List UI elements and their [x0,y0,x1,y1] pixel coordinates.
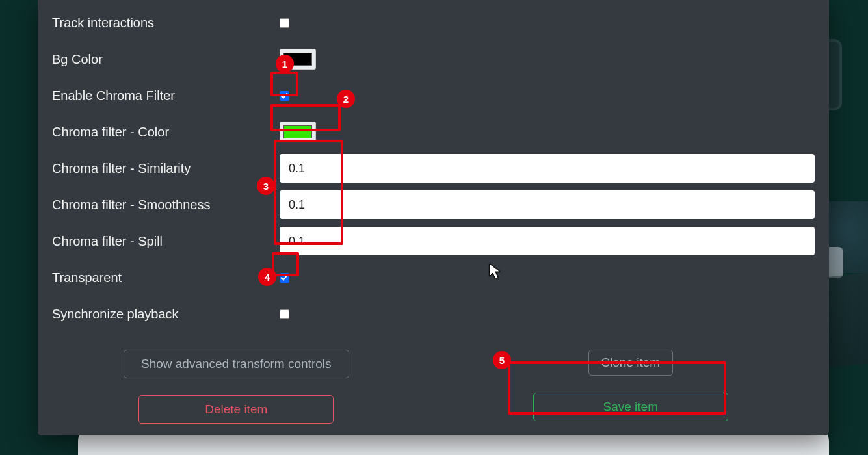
row-chroma-smoothness: Chroma filter - Smoothness [52,188,815,221]
label-transparent: Transparent [52,270,280,285]
button-row: Show advanced transform controls Delete … [52,350,815,424]
swatch-bg-color [283,53,312,66]
row-sync-playback: Synchronize playback [52,298,815,330]
label-chroma-color: Chroma filter - Color [52,125,280,140]
delete-item-button[interactable]: Delete item [138,395,334,424]
label-chroma-similarity: Chroma filter - Similarity [52,161,280,176]
row-chroma-color: Chroma filter - Color [52,116,815,148]
save-item-button[interactable]: Save item [533,393,728,421]
button-col-left: Show advanced transform controls Delete … [52,350,421,424]
label-chroma-smoothness: Chroma filter - Smoothness [52,198,280,213]
row-chroma-spill: Chroma filter - Spill [52,225,815,257]
label-track-interactions: Track interactions [52,16,280,31]
label-chroma-spill: Chroma filter - Spill [52,234,280,249]
checkbox-transparent[interactable] [280,273,289,283]
input-chroma-smoothness[interactable] [280,190,815,219]
settings-panel: Track interactions Bg Color Enable Chrom… [38,0,829,436]
label-sync-playback: Synchronize playback [52,307,280,322]
checkbox-track-interactions[interactable] [280,18,289,28]
label-enable-chroma: Enable Chroma Filter [52,88,280,103]
color-input-chroma[interactable] [280,122,316,142]
button-col-right: Clone item Save item [447,350,815,424]
row-transparent: Transparent [52,261,815,294]
input-chroma-similarity[interactable] [280,154,815,183]
checkbox-enable-chroma[interactable] [280,91,289,101]
clone-item-button[interactable]: Clone item [588,350,673,376]
input-chroma-spill[interactable] [280,227,815,255]
label-bg-color: Bg Color [52,52,280,67]
row-bg-color: Bg Color [52,43,815,75]
swatch-chroma-color [283,125,312,138]
row-chroma-similarity: Chroma filter - Similarity [52,152,815,185]
row-enable-chroma: Enable Chroma Filter [52,79,815,112]
show-transform-button[interactable]: Show advanced transform controls [124,350,349,378]
checkbox-sync-playback[interactable] [280,309,289,319]
row-track-interactions: Track interactions [52,6,815,39]
color-input-bg[interactable] [280,49,316,70]
